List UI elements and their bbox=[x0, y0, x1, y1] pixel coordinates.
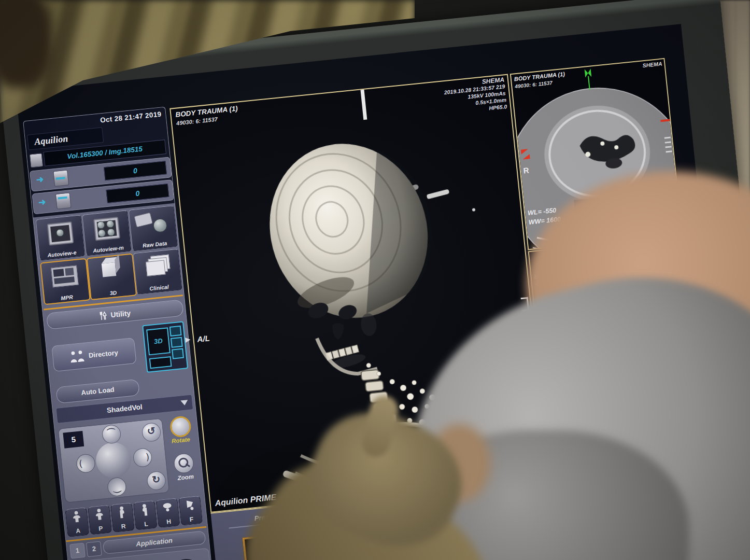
app-tab-2[interactable]: 2 bbox=[86, 541, 102, 557]
cube-3d-icon bbox=[102, 262, 116, 277]
chevron-down-icon bbox=[180, 400, 188, 405]
clinical-sheets-icon bbox=[145, 255, 167, 274]
3d-layout-selector[interactable]: 3D bbox=[142, 321, 188, 373]
rotation-sphere-icon bbox=[94, 441, 133, 480]
zoom-label: Zoom bbox=[170, 472, 202, 482]
autoview-m-button[interactable]: Autoview-m bbox=[82, 210, 132, 256]
spinner2-value[interactable]: 0 bbox=[106, 184, 169, 203]
orient-right-button[interactable]: R bbox=[110, 502, 135, 533]
right-orientation-marker: R bbox=[523, 165, 530, 175]
volume-select-button[interactable] bbox=[30, 153, 44, 167]
orient-head-button[interactable]: H bbox=[155, 498, 180, 528]
orient-posterior-button[interactable]: P bbox=[88, 505, 112, 535]
clipping-button[interactable] bbox=[167, 557, 205, 560]
page-step-button[interactable] bbox=[53, 170, 69, 187]
rotate-globe-icon[interactable] bbox=[169, 415, 192, 438]
person-icon bbox=[139, 503, 150, 517]
arrow-right-icon: ➜ bbox=[36, 174, 44, 185]
flag-icon bbox=[185, 337, 191, 343]
directory-persons-icon bbox=[69, 350, 86, 363]
3d-layout-main-cell: 3D bbox=[146, 327, 171, 355]
tab-mpr[interactable]: MPR bbox=[40, 258, 91, 305]
photo-of-ct-workstation: Oct 28 21:47 2019 Aquilion Vol.165300 / … bbox=[0, 0, 750, 560]
raw-data-icon bbox=[153, 218, 167, 233]
slab-step-button[interactable] bbox=[55, 192, 72, 209]
person-icon bbox=[116, 506, 128, 519]
red-scan-range-icon bbox=[521, 149, 530, 160]
arrow-right-icon: ➜ bbox=[38, 197, 46, 208]
view-button-grid: Autoview-e Autoview-m Raw Data bbox=[35, 205, 183, 308]
magnifier-icon bbox=[178, 457, 189, 468]
mpr-icon bbox=[51, 265, 79, 288]
person-icon bbox=[185, 499, 196, 512]
orient-left-button[interactable]: L bbox=[133, 500, 158, 530]
autoview-e-icon bbox=[47, 221, 74, 246]
autoview-m-icon bbox=[93, 217, 120, 241]
orientation-marker: A/L bbox=[197, 333, 210, 343]
auto-load-button[interactable]: Auto Load bbox=[55, 379, 139, 404]
rotate-step-field[interactable]: 5 bbox=[63, 431, 84, 449]
utility-fork-icon bbox=[99, 311, 107, 320]
autoview-e-button[interactable]: Autoview-e bbox=[36, 215, 86, 260]
orient-anterior-button[interactable]: A bbox=[65, 507, 89, 537]
person-icon bbox=[94, 508, 105, 522]
rotate-up-button[interactable]: ⌒ bbox=[101, 424, 121, 444]
directory-button[interactable]: Directory bbox=[51, 338, 136, 372]
scan-parameters: SHEMA 2019.10.28 21:33:57 219 135kV 100m… bbox=[443, 76, 507, 116]
spinner1-value[interactable]: 0 bbox=[104, 161, 167, 180]
rotate-cw-button[interactable]: ↻ bbox=[146, 470, 166, 491]
person-icon bbox=[162, 501, 173, 514]
rotate-right-button[interactable]: ⌒ bbox=[132, 447, 152, 468]
tab-3d[interactable]: 3D bbox=[87, 253, 137, 300]
rotation-pad: 5 ⌒ ⌒ ⌒ ⌒ ↺ ↻ bbox=[58, 418, 170, 503]
rotate-ccw-button[interactable]: ↺ bbox=[141, 422, 161, 442]
curtain-shadow bbox=[0, 0, 52, 88]
rotate-down-button[interactable]: ⌒ bbox=[107, 477, 127, 497]
rotate-left-button[interactable]: ⌒ bbox=[76, 453, 96, 473]
raw-data-button[interactable]: Raw Data bbox=[129, 205, 178, 251]
orient-foot-button[interactable]: F bbox=[178, 496, 203, 526]
person-icon bbox=[71, 510, 82, 524]
rotate-label: Rotate bbox=[165, 436, 197, 445]
tab-clinical[interactable]: Clinical bbox=[133, 249, 182, 295]
app-tab-1[interactable]: 1 bbox=[69, 543, 86, 559]
zoom-button[interactable] bbox=[173, 453, 195, 474]
